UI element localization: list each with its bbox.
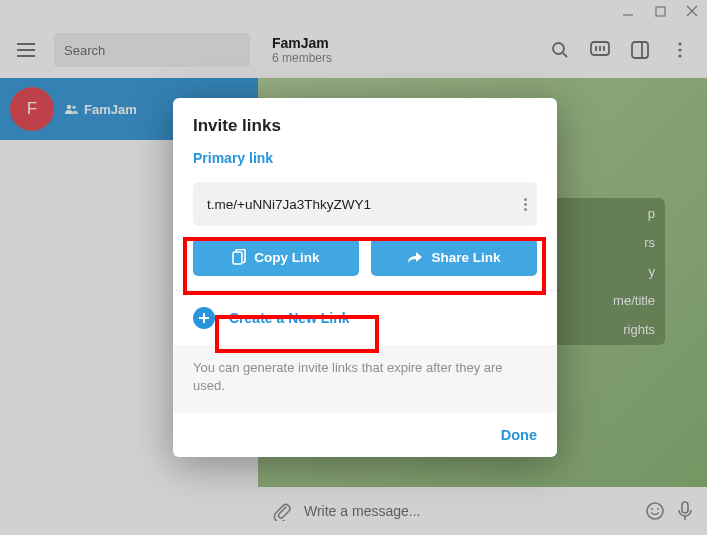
chat-header-actions (547, 37, 693, 63)
svg-rect-23 (682, 502, 688, 513)
primary-link-value: t.me/+uNNi7Ja3ThkyZWY1 (207, 197, 371, 212)
primary-link-label: Primary link (193, 150, 537, 166)
svg-line-10 (563, 53, 567, 57)
copy-icon (232, 249, 246, 265)
svg-point-18 (678, 48, 681, 51)
done-button[interactable]: Done (501, 427, 537, 443)
app-window: F FamJam FamJam 6 members (0, 0, 707, 535)
svg-point-20 (647, 503, 663, 519)
svg-point-9 (553, 43, 564, 54)
svg-point-22 (657, 508, 659, 510)
link-more-icon[interactable] (524, 198, 527, 211)
svg-rect-15 (632, 42, 648, 58)
chat-name: FamJam (64, 102, 137, 117)
search-box[interactable] (54, 33, 250, 67)
create-link-label: Create a New Link (229, 310, 350, 326)
create-link-row[interactable]: Create a New Link (173, 290, 557, 345)
more-icon[interactable] (667, 37, 693, 63)
message-input[interactable] (304, 503, 633, 519)
chat-subtitle: 6 members (272, 51, 547, 65)
attach-icon[interactable] (272, 501, 292, 521)
link-action-row: Copy Link Share Link (193, 238, 537, 276)
side-panel-icon[interactable] (627, 37, 653, 63)
copy-link-label: Copy Link (254, 250, 319, 265)
svg-point-21 (651, 508, 653, 510)
svg-point-7 (67, 105, 72, 110)
menu-button[interactable] (8, 32, 44, 68)
modal-title: Invite links (193, 116, 537, 136)
plus-icon (193, 307, 215, 329)
chat-name-label: FamJam (84, 102, 137, 117)
group-icon (64, 104, 78, 114)
chat-header: FamJam 6 members (258, 22, 707, 78)
svg-rect-1 (656, 7, 665, 16)
message-composer (258, 487, 707, 535)
window-maximize-button[interactable] (653, 4, 667, 18)
chat-avatar: F (10, 87, 54, 131)
voice-icon[interactable] (677, 501, 693, 521)
svg-rect-25 (233, 252, 242, 264)
modal-footer: Done (173, 413, 557, 457)
search-icon[interactable] (547, 37, 573, 63)
copy-link-button[interactable]: Copy Link (193, 238, 359, 276)
search-input[interactable] (64, 43, 240, 58)
svg-point-8 (72, 105, 76, 109)
window-minimize-button[interactable] (621, 4, 635, 18)
window-close-button[interactable] (685, 4, 699, 18)
share-link-button[interactable]: Share Link (371, 238, 537, 276)
emoji-icon[interactable] (645, 501, 665, 521)
primary-link-box[interactable]: t.me/+uNNi7Ja3ThkyZWY1 (193, 182, 537, 226)
comments-icon[interactable] (587, 37, 613, 63)
invite-links-modal: Invite links Primary link t.me/+uNNi7Ja3… (173, 98, 557, 457)
share-icon (407, 250, 423, 264)
modal-primary-section: Invite links Primary link t.me/+uNNi7Ja3… (173, 98, 557, 290)
window-titlebar (0, 0, 707, 22)
svg-point-19 (678, 54, 681, 57)
share-link-label: Share Link (431, 250, 500, 265)
sidebar-top-row (0, 22, 258, 78)
chat-header-info[interactable]: FamJam 6 members (272, 35, 547, 65)
svg-point-17 (678, 42, 681, 45)
create-link-hint: You can generate invite links that expir… (173, 345, 557, 413)
chat-title: FamJam (272, 35, 547, 51)
